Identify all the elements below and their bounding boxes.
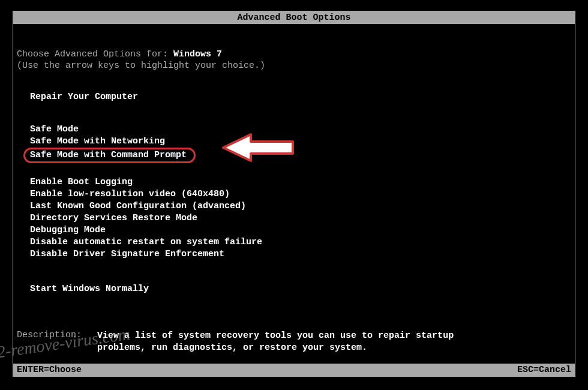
option-last-known-good[interactable]: Last Known Good Configuration (advanced)	[30, 200, 571, 212]
option-safe-mode[interactable]: Safe Mode	[30, 124, 571, 136]
content-area: Choose Advanced Options for: Windows 7 (…	[13, 49, 575, 354]
option-group-normal: Start Windows Normally	[17, 283, 571, 295]
option-safe-mode-command-prompt[interactable]: Safe Mode with Command Prompt	[23, 148, 196, 163]
option-safe-mode-networking[interactable]: Safe Mode with Networking	[30, 136, 571, 148]
os-name: Windows 7	[173, 49, 222, 59]
option-disable-driver-sig[interactable]: Disable Driver Signature Enforcement	[30, 248, 571, 260]
choose-prompt-prefix: Choose Advanced Options for:	[17, 49, 173, 59]
option-debugging-mode[interactable]: Debugging Mode	[30, 224, 571, 236]
description-block: Description: View a list of system recov…	[17, 330, 571, 354]
footer-bar: ENTER=Choose ESC=Cancel	[13, 364, 575, 376]
option-ds-restore-mode[interactable]: Directory Services Restore Mode	[30, 212, 571, 224]
option-disable-auto-restart[interactable]: Disable automatic restart on system fail…	[30, 236, 571, 248]
pointer-arrow-icon	[221, 131, 298, 164]
option-start-windows-normally[interactable]: Start Windows Normally	[30, 283, 571, 295]
title-bar: Advanced Boot Options	[13, 11, 575, 24]
choose-prompt: Choose Advanced Options for: Windows 7	[17, 49, 571, 59]
option-low-res-video[interactable]: Enable low-resolution video (640x480)	[30, 188, 571, 200]
option-repair-your-computer[interactable]: Repair Your Computer	[30, 91, 571, 103]
footer-enter-hint: ENTER=Choose	[17, 365, 82, 375]
arrow-key-hint: (Use the arrow keys to highlight your ch…	[17, 61, 571, 71]
boot-options-panel: Advanced Boot Options Choose Advanced Op…	[13, 11, 575, 377]
description-label: Description:	[17, 330, 82, 354]
footer-esc-hint: ESC=Cancel	[517, 365, 571, 375]
option-enable-boot-logging[interactable]: Enable Boot Logging	[30, 176, 571, 188]
description-text: View a list of system recovery tools you…	[97, 330, 481, 354]
option-group-repair: Repair Your Computer	[17, 91, 571, 103]
option-group-advanced: Enable Boot Logging Enable low-resolutio…	[17, 176, 571, 260]
